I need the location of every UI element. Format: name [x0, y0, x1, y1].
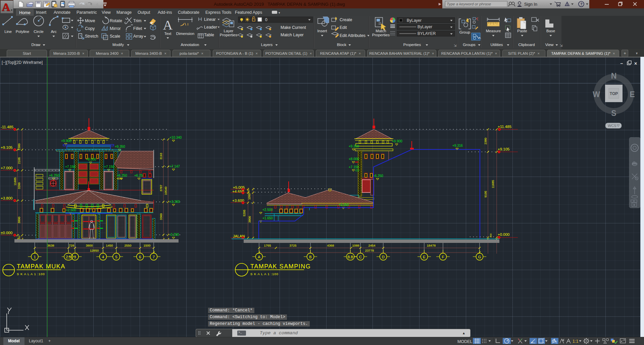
svg-text:Create: Create [340, 17, 352, 22]
svg-text:Line: Line [4, 30, 12, 34]
svg-text:A: A [163, 17, 173, 33]
svg-text:TOP: TOP [610, 91, 618, 96]
svg-text:+9.900: +9.900 [61, 139, 71, 143]
svg-text:4: 4 [102, 255, 104, 259]
svg-text:−: − [620, 61, 623, 66]
svg-text:+11.485: +11.485 [498, 125, 511, 129]
svg-text:+2.500: +2.500 [262, 208, 273, 212]
svg-text:+8.000: +8.000 [86, 158, 96, 161]
svg-text:315: 315 [247, 189, 250, 193]
svg-text:Draw: Draw [32, 43, 41, 47]
svg-text:+8.000: +8.000 [349, 157, 359, 161]
svg-text:Dimension: Dimension [176, 32, 194, 36]
svg-text:-11.485: -11.485 [1, 125, 13, 129]
svg-text:+9.350: +9.350 [349, 144, 359, 148]
svg-text:Fillet: Fillet [133, 26, 142, 31]
svg-text:S: S [611, 109, 616, 118]
svg-text:0: 0 [265, 17, 267, 22]
svg-text:+6.250: +6.250 [134, 174, 145, 177]
svg-text:Properties: Properties [220, 33, 238, 37]
svg-text:Measure: Measure [486, 29, 501, 33]
svg-text:+3.050: +3.050 [339, 203, 349, 207]
svg-text:+7.150: +7.150 [349, 165, 359, 169]
svg-text:Text: Text [164, 32, 171, 36]
svg-text:WCS: WCS [608, 124, 616, 128]
svg-text:S K A L A 1 :100: S K A L A 1 :100 [250, 272, 279, 276]
svg-text:ByLayer: ByLayer [417, 25, 432, 29]
svg-text:⇲: ⇲ [454, 44, 457, 47]
svg-text:Clipboard: Clipboard [518, 43, 535, 47]
svg-text:+7.150: +7.150 [104, 165, 114, 169]
svg-text:+0.000: +0.000 [498, 232, 510, 236]
svg-text:3725: 3725 [289, 244, 296, 247]
svg-text:Polyline: Polyline [16, 30, 29, 34]
svg-text:2454: 2454 [368, 244, 375, 247]
svg-text:7: 7 [153, 255, 155, 259]
svg-text:TAMPAK SAMPING: TAMPAK SAMPING [250, 263, 311, 270]
svg-text:2380: 2380 [484, 138, 487, 144]
svg-text:Table: Table [204, 33, 214, 37]
svg-text:+7.150: +7.150 [65, 165, 76, 169]
svg-text:Copy: Copy [85, 26, 95, 31]
svg-text:+9.900: +9.900 [392, 139, 402, 143]
svg-text:5205: 5205 [243, 210, 246, 216]
svg-text:×: × [634, 61, 637, 66]
svg-text:Leader: Leader [204, 25, 217, 30]
svg-text:+7.147: +7.147 [169, 165, 180, 168]
svg-text:Properties: Properties [372, 33, 390, 37]
svg-text:BYLAYER: BYLAYER [417, 31, 436, 36]
svg-text:3638: 3638 [47, 244, 54, 247]
svg-text:Base: Base [546, 29, 555, 33]
svg-text:3193: 3193 [159, 153, 163, 160]
svg-text:W: W [593, 90, 600, 99]
svg-text:+9.316: +9.316 [452, 144, 463, 147]
svg-text:Groups: Groups [463, 43, 476, 47]
svg-text:3: 3 [74, 255, 76, 259]
svg-text:View: View [545, 43, 554, 47]
svg-text:Edit Attributes: Edit Attributes [340, 33, 365, 38]
svg-text:+1.650: +1.650 [262, 216, 273, 220]
svg-text:Arc: Arc [51, 30, 57, 34]
svg-text:+6.250: +6.250 [49, 174, 59, 177]
svg-text:+6.250: +6.250 [117, 174, 127, 177]
svg-text:Circle: Circle [34, 30, 43, 34]
svg-text:Edit: Edit [340, 25, 347, 30]
svg-text:3800: 3800 [248, 216, 251, 223]
svg-text:3787: 3787 [159, 185, 163, 191]
svg-text:Properties: Properties [403, 43, 421, 47]
svg-text:Rotate: Rotate [110, 18, 122, 23]
svg-text:1088: 1088 [352, 244, 359, 247]
svg-text:Stretch: Stretch [85, 34, 98, 39]
svg-text:Array: Array [133, 34, 144, 39]
svg-text:11685: 11685 [13, 177, 17, 185]
svg-text:F: F [442, 255, 444, 259]
svg-text:S K A L A 1 :100: S K A L A 1 :100 [17, 272, 45, 276]
svg-text:-0.200: -0.200 [169, 233, 179, 236]
svg-text:4368: 4368 [327, 244, 334, 247]
svg-text:C: C [359, 255, 362, 259]
svg-text:B.B: B.B [347, 255, 353, 259]
svg-text:D: D [382, 255, 385, 259]
svg-text:B: B [309, 255, 311, 259]
svg-text:Mirror: Mirror [110, 26, 121, 31]
svg-text:TAMPAK MUKA: TAMPAK MUKA [17, 263, 65, 270]
svg-text:Scale: Scale [110, 34, 120, 39]
svg-text:5: 5 [115, 255, 117, 259]
svg-text:6: 6 [139, 255, 141, 259]
svg-text:Group: Group [459, 30, 470, 34]
svg-text:A: A [258, 255, 260, 259]
svg-text:9105: 9105 [484, 191, 487, 198]
svg-text:11685: 11685 [491, 180, 495, 188]
svg-text:12850: 12850 [90, 249, 99, 252]
svg-text:Annotation: Annotation [181, 43, 199, 47]
svg-text:Layer: Layer [224, 29, 234, 33]
svg-text:ByLayer: ByLayer [407, 18, 422, 23]
svg-text:+2.500: +2.500 [66, 208, 76, 212]
svg-text:2550: 2550 [124, 244, 131, 247]
svg-text:3800: 3800 [86, 244, 93, 247]
svg-text:23778: 23778 [365, 249, 374, 252]
svg-text:[−][Top][2D Wireframe]: [−][Top][2D Wireframe] [2, 60, 43, 65]
svg-text:Linear: Linear [204, 17, 216, 22]
svg-text:2380: 2380 [17, 143, 21, 150]
svg-text:1450: 1450 [106, 244, 113, 247]
